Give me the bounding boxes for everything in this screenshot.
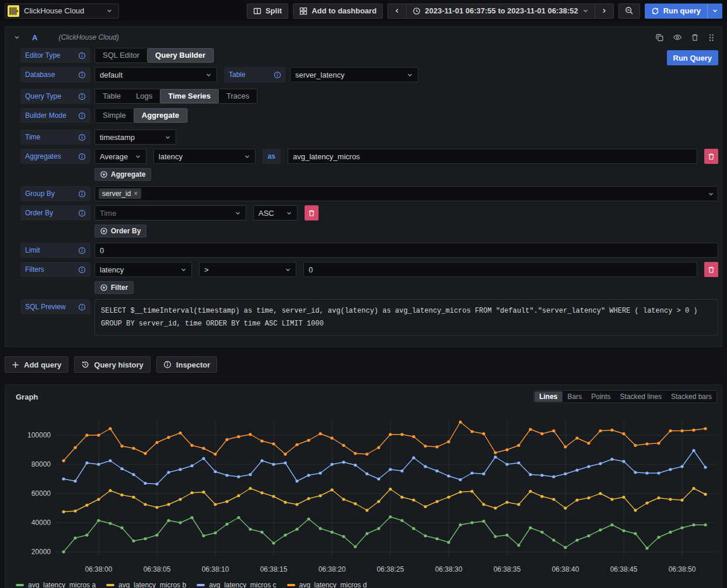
info-icon[interactable] (78, 52, 86, 60)
trash-icon (691, 33, 699, 42)
time-column-select[interactable]: timestamp (95, 130, 176, 145)
mode-stacked-lines[interactable]: Stacked lines (616, 391, 666, 402)
svg-text:06:38:50: 06:38:50 (669, 565, 696, 573)
svg-text:60000: 60000 (32, 489, 51, 498)
editor-type-query-builder[interactable]: Query Builder (148, 49, 213, 62)
chevron-down-icon (244, 153, 250, 160)
order-by-direction-select[interactable]: ASC (253, 205, 298, 220)
inspector-button[interactable]: Inspector (156, 356, 218, 373)
time-range-forward-button[interactable] (595, 4, 614, 19)
sync-icon (651, 7, 659, 15)
chevron-down-icon (286, 210, 292, 216)
query-type-time-series[interactable]: Time Series (160, 90, 218, 103)
info-icon[interactable] (78, 266, 86, 274)
query-history-button[interactable]: Query history (74, 356, 151, 373)
query-type-logs[interactable]: Logs (128, 89, 160, 103)
add-filter-button[interactable]: Filter (95, 281, 134, 294)
copy-icon (655, 33, 664, 42)
chevron-down-icon (582, 8, 589, 14)
delete-query-button[interactable] (691, 33, 699, 42)
add-to-dashboard-button[interactable]: Add to dashboard (293, 4, 383, 19)
delete-aggregate-button[interactable] (704, 149, 718, 164)
info-icon[interactable] (78, 190, 86, 198)
builder-mode-simple[interactable]: Simple (95, 108, 134, 123)
series-c-swatch (197, 584, 205, 586)
add-aggregate-button[interactable]: Aggregate (95, 168, 151, 181)
svg-text:06:38:00: 06:38:00 (85, 565, 113, 573)
time-row: Time timestamp (20, 130, 718, 145)
plus-circle-icon (100, 284, 107, 291)
collapse-chevron-icon[interactable] (13, 34, 20, 41)
time-series-chart[interactable]: 2000040000600008000010000006:38:0006:38:… (10, 412, 723, 580)
order-by-field-select[interactable]: Time (95, 205, 246, 220)
info-icon[interactable] (78, 71, 86, 79)
legend-item[interactable]: avg_latency_micros b (106, 581, 186, 588)
filter-value-input[interactable] (303, 262, 697, 277)
zoom-out-button[interactable] (618, 4, 640, 19)
query-type-traces[interactable]: Traces (219, 89, 257, 103)
editor-type-sql-editor[interactable]: SQL Editor (95, 48, 147, 62)
info-icon[interactable] (274, 71, 281, 79)
aggregates-label: Aggregates (20, 149, 90, 164)
toggle-query-visibility-button[interactable] (673, 33, 682, 41)
split-label: Split (265, 6, 282, 15)
chevron-down-icon (135, 153, 141, 160)
add-order-by-button[interactable]: Order By (95, 225, 146, 237)
limit-row: Limit (20, 243, 718, 258)
order-by-label: Order By (20, 205, 90, 220)
split-button[interactable]: Split (247, 4, 288, 19)
editor-run-query-button[interactable]: Run Query (667, 50, 718, 65)
mode-bars[interactable]: Bars (563, 391, 587, 402)
mode-lines[interactable]: Lines (534, 391, 562, 402)
duplicate-query-button[interactable] (655, 33, 664, 42)
info-icon[interactable] (78, 134, 86, 141)
info-icon[interactable] (78, 112, 86, 120)
history-icon (81, 360, 89, 369)
query-header: A (ClickHouse Cloud) (13, 27, 718, 48)
run-query-button[interactable]: Run query (645, 4, 708, 19)
limit-input[interactable] (95, 243, 718, 258)
time-range-back-button[interactable] (387, 4, 406, 19)
legend-item[interactable]: avg_latency_micros c (197, 581, 276, 588)
info-icon[interactable] (78, 209, 86, 217)
info-icon[interactable] (78, 247, 86, 254)
svg-text:06:38:20: 06:38:20 (319, 565, 346, 573)
plus-circle-icon (100, 171, 107, 178)
graph-panel: Graph Lines Bars Points Stacked lines St… (5, 384, 722, 588)
legend-item[interactable]: avg_latency_micros a (16, 581, 96, 588)
run-query-caret-button[interactable] (708, 4, 722, 19)
delete-order-by-button[interactable] (305, 205, 319, 220)
builder-mode-aggregate[interactable]: Aggregate (134, 109, 187, 122)
query-type-table[interactable]: Table (95, 89, 128, 103)
mode-points[interactable]: Points (586, 391, 615, 402)
time-range-button[interactable]: 2023-11-01 06:37:55 to 2023-11-01 06:38:… (406, 4, 594, 19)
info-icon[interactable] (78, 153, 86, 160)
aggregate-function-select[interactable]: Average (95, 149, 146, 164)
filter-field-select[interactable]: latency (95, 262, 192, 277)
datasource-picker[interactable]: ClickHouse Cloud (5, 4, 119, 19)
info-icon[interactable] (78, 303, 86, 311)
aggregate-alias-input[interactable] (288, 149, 697, 164)
database-select[interactable]: default (95, 67, 217, 82)
chevron-down-icon (407, 72, 413, 78)
add-query-button[interactable]: Add query (5, 356, 68, 373)
remove-chip-icon[interactable]: × (134, 190, 138, 198)
clickhouse-logo-icon (8, 5, 19, 17)
group-by-select[interactable]: server_id × (95, 186, 718, 201)
chevron-down-icon (106, 8, 113, 14)
query-type-row: Query Type Table Logs Time Series Traces (20, 89, 718, 104)
info-icon[interactable] (78, 93, 86, 100)
delete-filter-button[interactable] (704, 262, 718, 277)
group-by-label: Group By (20, 186, 90, 201)
split-icon (253, 7, 261, 15)
aggregate-column-select[interactable]: latency (153, 149, 256, 164)
drag-handle[interactable] (708, 33, 715, 42)
sql-preview-row: SQL Preview SELECT $__timeInterval(times… (20, 299, 718, 335)
legend-item[interactable]: avg_latency_micros d (287, 581, 367, 588)
mode-stacked-bars[interactable]: Stacked bars (666, 391, 716, 402)
filter-operator-select[interactable]: > (199, 262, 296, 277)
run-query-label: Run query (663, 6, 701, 15)
chevron-right-icon (601, 8, 607, 14)
series-b-swatch (106, 584, 114, 586)
table-select[interactable]: server_latency (290, 67, 418, 82)
